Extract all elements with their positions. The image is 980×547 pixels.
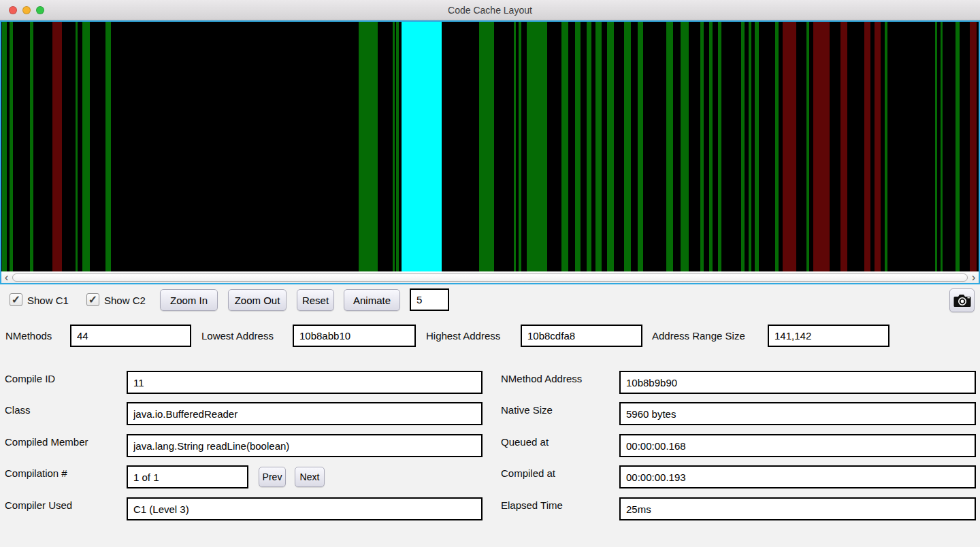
- next-compilation-button[interactable]: Next: [295, 467, 325, 487]
- check-icon: ✓: [12, 294, 20, 305]
- nmethod-stripe-c2[interactable]: [970, 22, 977, 271]
- show-c1-label: Show C1: [27, 295, 69, 306]
- horizontal-scrollbar[interactable]: ‹ ›: [1, 271, 979, 283]
- nmethod-stripe-c1[interactable]: [885, 22, 887, 271]
- compilation-number-label: Compilation #: [5, 467, 67, 479]
- camera-icon: [953, 294, 971, 308]
- native-size-field[interactable]: [619, 402, 976, 425]
- address-range-size-field[interactable]: [768, 325, 889, 347]
- highest-address-label: Highest Address: [426, 325, 500, 347]
- compiled-member-label: Compiled Member: [5, 436, 88, 448]
- code-cache-window: { "titlebar": { "title": "Code Cache Lay…: [0, 0, 980, 547]
- animate-button[interactable]: Animate: [344, 289, 400, 311]
- nmethod-stripe-c1[interactable]: [2, 22, 6, 271]
- show-c2-checkbox[interactable]: ✓: [86, 293, 99, 306]
- nmethod-stripe-c1[interactable]: [105, 22, 111, 271]
- nmethod-stripe-c1[interactable]: [775, 22, 779, 271]
- address-range-size-label: Address Range Size: [652, 325, 745, 347]
- lowest-address-label: Lowest Address: [201, 325, 274, 347]
- titlebar: Code Cache Layout: [0, 0, 980, 20]
- nmethod-stripe-c1[interactable]: [575, 22, 581, 271]
- nmethod-stripe-c1[interactable]: [755, 22, 759, 271]
- class-label: Class: [5, 404, 31, 416]
- nmethod-stripe-c1[interactable]: [935, 22, 937, 271]
- scrollbar-thumb[interactable]: [12, 274, 968, 282]
- native-size-label: Native Size: [501, 404, 553, 416]
- compile-id-field[interactable]: [127, 371, 483, 394]
- compiled-at-field[interactable]: [619, 465, 976, 488]
- window-title: Code Cache Layout: [0, 0, 980, 20]
- queued-at-label: Queued at: [501, 436, 549, 448]
- nmethod-stripe-c1[interactable]: [638, 22, 643, 271]
- nmethod-stripe-c1[interactable]: [624, 22, 631, 271]
- nmethod-stripe-c2[interactable]: [52, 22, 62, 271]
- compiled-member-field[interactable]: [127, 434, 483, 457]
- highest-address-field[interactable]: [521, 325, 642, 347]
- code-cache-visualization-panel: ‹ ›: [0, 20, 980, 284]
- scroll-left-arrow-icon[interactable]: ‹: [1, 272, 12, 282]
- nmethod-stripe-c1[interactable]: [806, 22, 809, 271]
- nmethod-stripe-c1[interactable]: [749, 22, 751, 271]
- nmethod-stripe-c1[interactable]: [527, 22, 547, 271]
- nmethod-stripe-c1[interactable]: [941, 22, 943, 271]
- scroll-right-arrow-icon[interactable]: ›: [968, 272, 979, 282]
- class-field[interactable]: [127, 402, 483, 425]
- zoom-in-button[interactable]: Zoom In: [160, 289, 218, 311]
- nmethod-stripe-c1[interactable]: [479, 22, 494, 271]
- compiler-used-field[interactable]: [127, 497, 483, 520]
- compiler-used-label: Compiler Used: [5, 499, 72, 511]
- nmethod-stripe-c1[interactable]: [30, 22, 33, 271]
- show-c1-checkbox[interactable]: ✓: [10, 293, 22, 306]
- nmethod-stripe-c2[interactable]: [840, 22, 847, 271]
- queued-at-field[interactable]: [619, 434, 976, 457]
- check-icon: ✓: [88, 294, 97, 305]
- nmethod-stripe-c1[interactable]: [709, 22, 713, 271]
- cache-bars-canvas[interactable]: [1, 22, 979, 271]
- nmethod-stripe-c1[interactable]: [396, 22, 399, 271]
- compilation-number-field[interactable]: [127, 465, 248, 488]
- nmethod-stripe-c1[interactable]: [359, 22, 378, 271]
- nmethod-stripe-c1[interactable]: [718, 22, 721, 271]
- nmethod-stripe-c1[interactable]: [561, 22, 568, 271]
- elapsed-time-label: Elapsed Time: [501, 499, 563, 511]
- nmethod-stripe-c1[interactable]: [393, 22, 395, 271]
- nmethod-stripe-c1[interactable]: [76, 22, 78, 271]
- nmethod-stripe-c1[interactable]: [10, 22, 13, 271]
- screenshot-button[interactable]: [949, 288, 975, 312]
- compile-id-label: Compile ID: [5, 373, 55, 384]
- nmethod-stripe-c1[interactable]: [741, 22, 745, 271]
- nmethod-stripe-c1[interactable]: [82, 22, 90, 271]
- lowest-address-field[interactable]: [293, 325, 416, 347]
- reset-button[interactable]: Reset: [297, 289, 334, 311]
- nmethod-stripe-c1[interactable]: [681, 22, 689, 271]
- nmethod-stripe-c1[interactable]: [956, 22, 960, 271]
- selected-nmethod-stripe[interactable]: [402, 22, 442, 271]
- nmethod-stripe-c1[interactable]: [514, 22, 516, 271]
- nmethod-stripe-c1[interactable]: [700, 22, 704, 271]
- nmethod-stripe-c1[interactable]: [595, 22, 602, 271]
- prev-compilation-button[interactable]: Prev: [259, 467, 286, 487]
- zoom-out-button[interactable]: Zoom Out: [228, 289, 287, 311]
- nmethod-stripe-c2[interactable]: [783, 22, 796, 271]
- animate-interval-input[interactable]: [410, 288, 449, 311]
- nmethods-field[interactable]: [70, 325, 191, 347]
- elapsed-time-field[interactable]: [619, 497, 976, 520]
- nmethod-address-field[interactable]: [619, 371, 976, 394]
- nmethod-stripe-c1[interactable]: [607, 22, 614, 271]
- nmethods-label: NMethods: [5, 325, 52, 347]
- show-c2-label: Show C2: [104, 295, 146, 306]
- nmethod-stripe-c1[interactable]: [587, 22, 591, 271]
- nmethod-address-label: NMethod Address: [501, 373, 582, 384]
- nmethod-stripe-c1[interactable]: [519, 22, 521, 271]
- nmethod-stripe-c2[interactable]: [813, 22, 830, 271]
- nmethod-stripe-c2[interactable]: [875, 22, 881, 271]
- nmethod-stripe-c1[interactable]: [666, 22, 673, 271]
- compiled-at-label: Compiled at: [501, 467, 555, 479]
- nmethod-stripe-c2[interactable]: [864, 22, 870, 271]
